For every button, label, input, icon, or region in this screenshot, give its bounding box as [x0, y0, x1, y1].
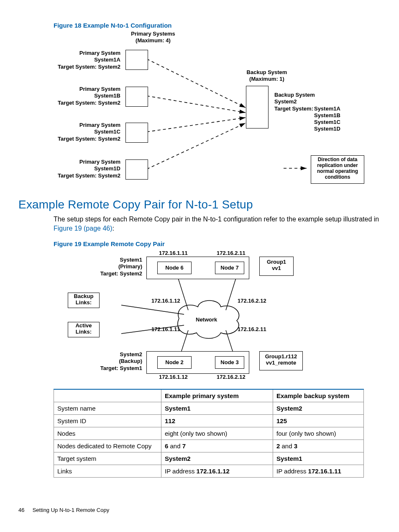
figure19-diagram: Node 6 Node 7 System1 (Primary) Target: … — [54, 252, 371, 381]
table-row: Nodes dedicated to Remote Copy 6 and 7 2… — [54, 440, 364, 452]
figure18-diagram: Primary Systems (Maximum: 4) Primary Sys… — [54, 33, 371, 189]
node2-box: Node 2 — [157, 356, 192, 369]
backup-heading: Backup System (Maximum: 1) — [238, 69, 296, 83]
th-blank — [54, 389, 161, 402]
backup-box — [246, 86, 269, 129]
page-footer: 46 Setting Up N-to-1 Remote Copy — [18, 507, 381, 513]
page-number: 46 — [18, 507, 31, 513]
footer-text: Setting Up N-to-1 Remote Copy — [33, 507, 110, 513]
section-body: The setup steps for each Remote Copy pai… — [54, 215, 381, 233]
primary-label-1d: Primary System System1D Target System: S… — [58, 159, 120, 179]
ip-mid-l: 172.16.1.11 — [151, 326, 180, 333]
th-backup: Example backup system — [273, 389, 364, 402]
primary-label-1c: Primary System System1C Target System: S… — [58, 122, 120, 142]
group1-box: Group1 vv1 — [259, 257, 294, 276]
table-row: System ID 112 125 — [54, 415, 364, 427]
node7-box: Node 7 — [215, 262, 244, 274]
backup-label: Backup System System2 Target System: Sys… — [274, 92, 340, 133]
primary-box-1a — [125, 50, 148, 70]
section-title: Example Remote Copy Pair for N-to-1 Setu… — [18, 198, 381, 211]
network-label: Network — [196, 316, 217, 323]
table-row: Target system System2 System1 — [54, 452, 364, 465]
legend-box: Direction of data replication under norm… — [311, 155, 364, 184]
active-links-box: Active Links: — [68, 322, 100, 337]
system1-label: System1 (Primary) Target: System2 — [100, 257, 142, 277]
ip-mid-r: 172.16.2.11 — [238, 326, 266, 333]
ip-mid-n7: 172.16.2.12 — [238, 298, 266, 304]
node3-box: Node 3 — [215, 356, 244, 369]
primary-heading-line2: (Maximum: 4) — [120, 37, 187, 44]
svg-line-7 — [226, 278, 236, 310]
svg-line-6 — [178, 278, 188, 310]
svg-line-1 — [147, 96, 246, 113]
primary-label-1b: Primary System System1B Target System: S… — [58, 86, 120, 106]
ip-n2-bottom: 172.16.1.12 — [159, 374, 188, 380]
table-row: Links IP address 172.16.1.12 IP address … — [54, 465, 364, 478]
svg-line-5 — [121, 305, 184, 314]
ip-n3-bottom: 172.16.2.12 — [217, 374, 246, 380]
backup-links-box: Backup Links: — [68, 293, 100, 308]
svg-line-0 — [147, 59, 246, 108]
group2-box: Group1.r112 vv1_remote — [259, 351, 303, 370]
figure18-title: Figure 18 Example N-to-1 Configuration — [54, 22, 381, 29]
example-table: Example primary system Example backup sy… — [54, 389, 364, 478]
svg-line-3 — [147, 123, 246, 169]
system2-label: System2 (Backup) Target: System1 — [100, 351, 142, 372]
table-header-row: Example primary system Example backup sy… — [54, 389, 364, 402]
figure19-link[interactable]: Figure 19 (page 46) — [54, 225, 113, 232]
table-row: System name System1 System2 — [54, 402, 364, 415]
figure19-title: Figure 19 Example Remote Copy Pair — [54, 240, 381, 247]
primary-heading-line1: Primary Systems — [120, 31, 187, 37]
primary-systems-heading: Primary Systems (Maximum: 4) — [120, 31, 187, 44]
primary-label-1a: Primary System System1A Target System: S… — [58, 50, 120, 70]
ip-n6-top: 172.16.1.11 — [159, 250, 188, 257]
primary-box-1c — [125, 123, 148, 143]
primary-box-1b — [125, 87, 148, 107]
node6-box: Node 6 — [157, 262, 192, 274]
primary-box-1d — [125, 159, 148, 180]
ip-mid-n6: 172.16.1.12 — [151, 298, 180, 304]
th-primary: Example primary system — [161, 389, 273, 402]
table-row: Nodes eight (only two shown) four (only … — [54, 427, 364, 440]
ip-n7-top: 172.16.2.11 — [217, 250, 246, 257]
